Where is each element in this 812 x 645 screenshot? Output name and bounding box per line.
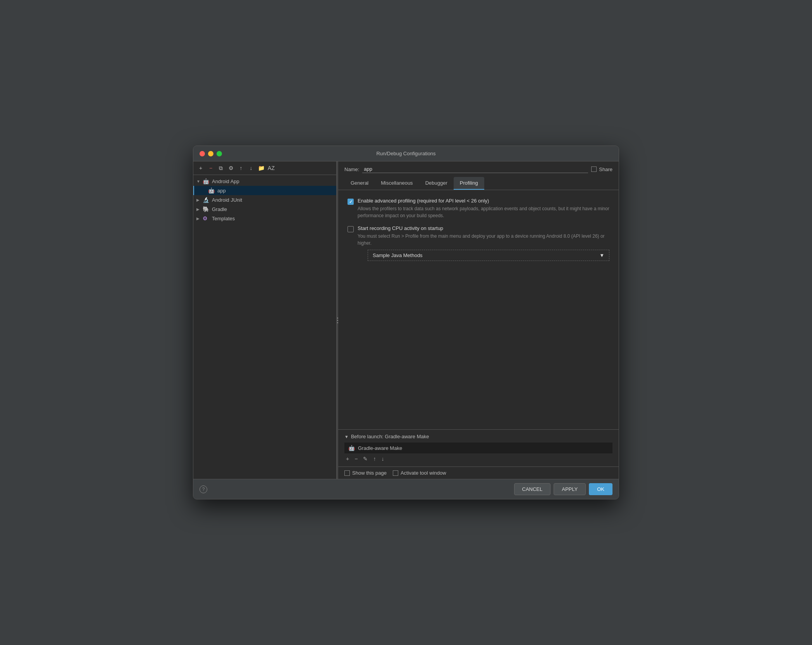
- cancel-button[interactable]: CANCEL: [514, 483, 551, 495]
- remove-config-button[interactable]: −: [206, 164, 215, 172]
- launch-remove-button[interactable]: −: [353, 455, 359, 463]
- sidebar-item-app[interactable]: 🤖 app: [193, 186, 336, 195]
- move-up-config-button[interactable]: ↑: [237, 164, 245, 172]
- share-checkbox[interactable]: [591, 166, 597, 172]
- bottom-options: Show this page Activate tool window: [338, 467, 619, 479]
- window-title: Run/Debug Configurations: [376, 151, 435, 156]
- before-launch-title: Before launch: Gradle-aware Make: [351, 434, 429, 439]
- before-launch-header: ▼ Before launch: Gradle-aware Make: [344, 434, 612, 439]
- sidebar-toolbar: + − ⧉ ⚙ ↑ ↓ 📁 AZ: [193, 161, 336, 175]
- titlebar: Run/Debug Configurations: [193, 146, 619, 161]
- advanced-profiling-row: Enable advanced profiling (required for …: [348, 198, 609, 219]
- tabs: General Miscellaneous Debugger Profiling: [338, 177, 619, 190]
- advanced-profiling-checkbox[interactable]: [348, 199, 354, 205]
- footer-buttons: CANCEL APPLY OK: [514, 483, 613, 495]
- name-row: Name: Share: [338, 161, 619, 177]
- android-app-icon: 🤖: [203, 178, 210, 184]
- start-recording-checkbox[interactable]: [348, 226, 354, 232]
- move-down-config-button[interactable]: ↓: [247, 164, 255, 172]
- help-button[interactable]: ?: [200, 485, 207, 493]
- chevron-down-icon: ▼: [599, 252, 604, 258]
- sidebar-item-app-label: app: [217, 188, 226, 194]
- folder-config-button[interactable]: 📁: [257, 164, 265, 172]
- footer-left: ?: [200, 485, 207, 493]
- sidebar-item-android-app[interactable]: ▼ 🤖 Android App: [193, 177, 336, 186]
- activate-tool-label: Activate tool window: [393, 470, 446, 476]
- apply-button[interactable]: APPLY: [554, 483, 586, 495]
- cpu-recording-dropdown[interactable]: Sample Java Methods ▼: [368, 250, 609, 261]
- profiling-tab-content: Enable advanced profiling (required for …: [338, 190, 619, 429]
- show-page-text: Show this page: [352, 470, 387, 476]
- share-row: Share: [591, 166, 612, 172]
- tab-debugger[interactable]: Debugger: [419, 177, 454, 190]
- sidebar-item-templates-label: Templates: [212, 216, 235, 221]
- templates-settings-icon: ⚙: [203, 215, 210, 221]
- sidebar-tree: ▼ 🤖 Android App 🤖 app ▶ 🔬 Android JUnit: [193, 175, 336, 479]
- minimize-button[interactable]: [208, 151, 213, 156]
- tab-miscellaneous[interactable]: Miscellaneous: [375, 177, 419, 190]
- content-panel: Name: Share General Miscellaneous Debugg…: [338, 161, 619, 479]
- show-page-label: Show this page: [344, 470, 387, 476]
- expand-arrow-junit: ▶: [196, 198, 203, 202]
- expand-arrow-templates: ▶: [196, 216, 203, 221]
- copy-config-button[interactable]: ⧉: [217, 164, 225, 172]
- expand-arrow-android-app: ▼: [196, 179, 203, 184]
- gradle-icon: 🐘: [203, 206, 210, 212]
- sort-config-button[interactable]: AZ: [267, 164, 275, 172]
- share-label: Share: [599, 166, 612, 172]
- activate-tool-checkbox[interactable]: [393, 470, 398, 476]
- gradle-aware-icon: 🤖: [348, 445, 355, 451]
- cpu-dropdown-value: Sample Java Methods: [373, 252, 423, 258]
- sidebar-item-gradle-label: Gradle: [212, 206, 227, 212]
- tab-profiling[interactable]: Profiling: [454, 177, 484, 190]
- sidebar-item-android-app-label: Android App: [212, 178, 239, 184]
- advanced-profiling-title: Enable advanced profiling (required for …: [358, 198, 609, 204]
- sidebar-item-android-junit[interactable]: ▶ 🔬 Android JUnit: [193, 195, 336, 204]
- expand-arrow-gradle: ▶: [196, 207, 203, 211]
- junit-icon: 🔬: [203, 197, 210, 203]
- ok-button[interactable]: OK: [589, 483, 612, 495]
- add-config-button[interactable]: +: [196, 164, 205, 172]
- run-debug-configurations-window: Run/Debug Configurations + − ⧉ ⚙ ↑ ↓ 📁 A…: [193, 146, 619, 499]
- sidebar: + − ⧉ ⚙ ↑ ↓ 📁 AZ ▼ 🤖 Android App 🤖: [193, 161, 337, 479]
- app-icon: 🤖: [208, 187, 216, 194]
- launch-item-label: Gradle-aware Make: [358, 445, 609, 451]
- start-recording-desc: You must select Run > Profile from the m…: [358, 233, 609, 247]
- tab-general[interactable]: General: [344, 177, 375, 190]
- start-recording-row: Start recording CPU activity on startup …: [348, 225, 609, 261]
- before-launch-section: ▼ Before launch: Gradle-aware Make 🤖 Gra…: [338, 429, 619, 467]
- launch-add-button[interactable]: +: [344, 455, 351, 463]
- start-recording-title: Start recording CPU activity on startup: [358, 225, 609, 231]
- close-button[interactable]: [200, 151, 205, 156]
- activate-tool-text: Activate tool window: [401, 470, 446, 476]
- traffic-lights: [200, 151, 222, 156]
- launch-edit-button[interactable]: ✎: [361, 455, 369, 463]
- sidebar-item-android-junit-label: Android JUnit: [212, 197, 242, 203]
- footer: ? CANCEL APPLY OK: [193, 479, 619, 499]
- sidebar-item-gradle[interactable]: ▶ 🐘 Gradle: [193, 204, 336, 214]
- launch-up-button[interactable]: ↑: [372, 455, 377, 463]
- show-page-checkbox[interactable]: [344, 470, 350, 476]
- launch-item-gradle[interactable]: 🤖 Gradle-aware Make: [344, 443, 612, 453]
- name-label: Name:: [344, 166, 359, 172]
- maximize-button[interactable]: [217, 151, 222, 156]
- launch-item-toolbar: + − ✎ ↑ ↓: [344, 455, 612, 463]
- main-layout: + − ⧉ ⚙ ↑ ↓ 📁 AZ ▼ 🤖 Android App 🤖: [193, 161, 619, 479]
- launch-down-button[interactable]: ↓: [380, 455, 385, 463]
- name-input[interactable]: [362, 165, 588, 173]
- advanced-profiling-desc: Allows the profilers to track data such …: [358, 205, 609, 219]
- settings-config-button[interactable]: ⚙: [227, 164, 235, 172]
- sidebar-item-templates[interactable]: ▶ ⚙ Templates: [193, 214, 336, 223]
- before-launch-arrow[interactable]: ▼: [344, 434, 349, 439]
